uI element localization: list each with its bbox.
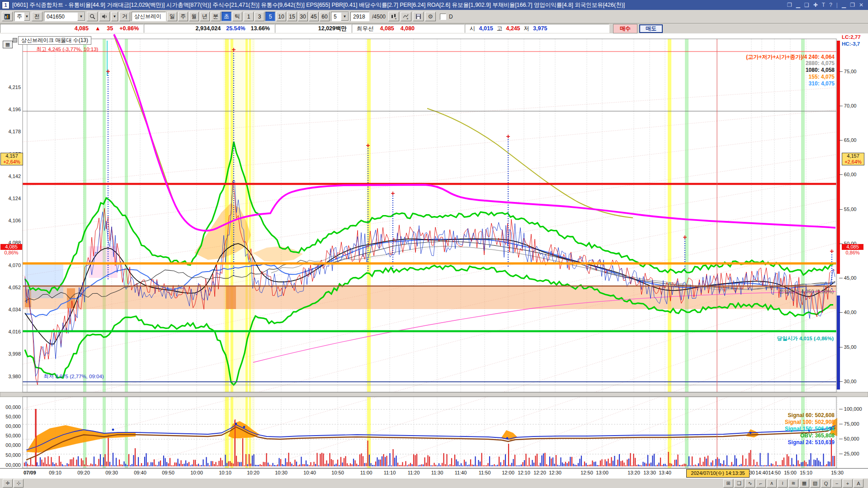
zoom-out-icon[interactable]: − (832, 479, 842, 488)
window-number: 1 (2, 1, 9, 9)
buy-button[interactable]: 매수 (613, 24, 637, 33)
magenta-trend-line (114, 34, 835, 230)
crosshair-icon[interactable]: ⊹ (14, 479, 24, 488)
interval-dropdown[interactable]: 5▼ (331, 12, 349, 21)
best-bid: 4,080 (401, 25, 415, 32)
grid-table-icon[interactable]: ▦ (3, 41, 13, 48)
chart-menu-icon[interactable] (2, 12, 13, 21)
badge-pct: 0,86% (0, 250, 22, 256)
right-axis-label: ─ 60,00 (839, 172, 856, 177)
interval-button-1[interactable]: 1 (244, 12, 254, 21)
dual-window-icon[interactable]: ❑ (734, 479, 744, 488)
bar-count-field[interactable]: 2918 (350, 12, 369, 21)
high-annotation: 최고 4,245 (-3,77%, 10:13) (36, 46, 98, 53)
price-tick-lines (25, 181, 835, 385)
grid-chart-icon[interactable]: ▦ (799, 479, 809, 488)
target-price-badge-left: 4,157 +2,64% (0, 153, 23, 165)
zoom-icon[interactable]: Q (821, 479, 831, 488)
restore-icon[interactable]: ❐ (787, 2, 792, 8)
time-axis-label: 10:30 (275, 470, 288, 475)
restore2-icon[interactable]: ❐ (850, 2, 855, 8)
period-button-초[interactable]: 초 (222, 12, 231, 21)
chart-canvas[interactable] (0, 33, 868, 468)
stock-name-field[interactable]: 상신브레이 (132, 12, 166, 21)
zigzag-icon[interactable]: ∿ (745, 479, 755, 488)
sound-icon[interactable] (99, 12, 110, 21)
volume-right-axis-label: ─ 25,000 (839, 451, 859, 456)
sell-button[interactable]: 매도 (639, 24, 663, 33)
period-button-일[interactable]: 일 (167, 12, 177, 21)
target-price-badge-right: 4,157 +2,64% (842, 153, 864, 165)
interval-button-30[interactable]: 30 (298, 12, 308, 21)
left-axis-label: 4,034 (4, 307, 21, 312)
interval-button-10[interactable]: 10 (276, 12, 286, 21)
right-axis-label: ─ 70,00 (839, 103, 856, 108)
chevron-down-icon[interactable]: ▼ (341, 12, 349, 21)
period-button-group: 일주월년분초틱 (167, 12, 242, 21)
zoom-in-icon[interactable]: + (843, 479, 853, 488)
period-button-틱[interactable]: 틱 (232, 12, 242, 21)
volume-overlay-lines (26, 409, 837, 466)
price-position-strip (837, 41, 840, 389)
retrace-icon[interactable]: ∧ (767, 479, 777, 488)
chevron-down-icon[interactable]: ▼ (77, 12, 85, 21)
right-axis-label: ─ 65,00 (839, 137, 856, 143)
save-icon[interactable] (413, 12, 424, 21)
interval-button-3[interactable]: 3 (255, 12, 264, 21)
left-axis-label: 4,016 (4, 329, 21, 334)
minimize2-icon[interactable]: ▁ (842, 2, 846, 8)
pin-icon[interactable]: ✚ (813, 2, 818, 8)
gear-icon[interactable]: ⚙ (425, 12, 436, 21)
trendline-icon[interactable]: ⌐ (756, 479, 766, 488)
font-icon[interactable]: T (822, 2, 825, 8)
volume-right-axis-label: ─ 75,000 (839, 421, 859, 427)
minimize-icon[interactable]: ▁ (796, 2, 800, 8)
sound-dropdown-icon[interactable]: ▼ (111, 12, 118, 21)
period-button-주[interactable]: 주 (178, 12, 188, 21)
interval-button-15[interactable]: 15 (287, 12, 297, 21)
close-icon[interactable]: ✕ (859, 2, 863, 8)
copy-window-icon[interactable]: ❑ (804, 2, 809, 8)
badge-price: 4,157 (1, 153, 23, 159)
asset-type-dropdown[interactable]: 주▼ (14, 12, 30, 21)
wave-icon[interactable]: ≀ (778, 479, 788, 488)
status-bar: ✛⊹ ⊞❑∿⌐∧≀≋▦▧Q−+A (0, 478, 868, 488)
search-icon[interactable] (87, 12, 98, 21)
time-axis-label: 10:20 (247, 470, 259, 475)
chevron-down-icon[interactable]: ▼ (24, 12, 30, 21)
ma-legend-line: 1080: 4,058 (806, 67, 835, 73)
left-axis-label: 4,124 (4, 196, 21, 201)
window-controls: ❐▁❑✚T?|▁❐✕ (787, 2, 868, 8)
add-candle-icon[interactable]: + (388, 12, 399, 21)
badge-price: 4,085 (842, 244, 863, 250)
pan-icon[interactable]: ✛ (3, 479, 13, 488)
left-axis-label: 4,142 (4, 174, 21, 179)
period-button-월[interactable]: 월 (189, 12, 199, 21)
interval-button-45[interactable]: 45 (309, 12, 319, 21)
current-price: 4,085 (75, 25, 89, 32)
time-axis-label: 13:30 (643, 470, 656, 475)
add-line-icon[interactable]: + (401, 12, 411, 21)
geo-button[interactable]: 거 (119, 12, 130, 21)
panels-icon[interactable]: ⊞ (723, 479, 733, 488)
time-axis-label: 09:30 (105, 470, 118, 475)
stock-code-combo[interactable]: 041650▼ (44, 12, 85, 21)
ma-legend-line: 155: 4,075 (809, 74, 835, 80)
time-axis-label: 09:20 (77, 470, 90, 475)
interval-button-60[interactable]: 60 (320, 12, 330, 21)
period-button-년[interactable]: 년 (200, 12, 210, 21)
time-axis-label: 10:10 (219, 470, 231, 475)
volume-legend-line: Signal 150: 506,924 (785, 426, 835, 432)
snapshot-icon[interactable]: ▧ (810, 479, 820, 488)
statusbar-right-icons: ⊞❑∿⌐∧≀≋▦▧Q−+A (722, 479, 866, 488)
interval-button-5[interactable]: 5 (265, 12, 275, 21)
left-axis-label: 4,070 (4, 263, 21, 268)
volume-left-axis-label: 50,000 (2, 433, 21, 438)
d-checkbox[interactable] (440, 14, 446, 20)
multiwave-icon[interactable]: ≋ (788, 479, 798, 488)
jeon-button[interactable]: 전 (32, 12, 42, 21)
period-button-분[interactable]: 분 (211, 12, 221, 21)
font-size-icon[interactable]: A (854, 479, 863, 488)
volume-legend-line: Signal 60: 502,608 (788, 412, 835, 418)
help-icon[interactable]: ? (829, 2, 832, 8)
